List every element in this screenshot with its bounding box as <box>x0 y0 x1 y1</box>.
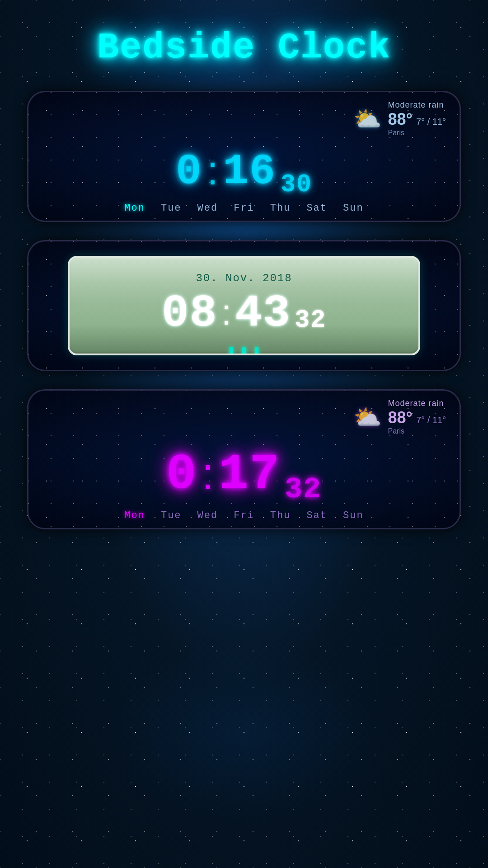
phone3-colon: : <box>202 448 214 500</box>
phone3-hours: 0 <box>166 446 197 503</box>
phone2-indicator-3 <box>255 347 258 355</box>
phone1-weather-range: 7° / 11° <box>416 117 446 127</box>
phone3-day-sun: Sun <box>343 510 364 521</box>
phone2-seconds: 32 <box>295 306 326 335</box>
phone2-indicator-1 <box>230 347 233 355</box>
phone1-day-thu: Thu <box>270 203 291 214</box>
phone1-day-mon: Mon <box>124 203 145 214</box>
phone3-day-sat: Sat <box>306 510 327 521</box>
phone3-weather-temp: 88° <box>388 408 413 427</box>
phone3-minutes: 17 <box>219 446 280 503</box>
phone2-date: 30. Nov. 2018 <box>196 272 292 284</box>
phone1-weather-bar: ⛅ Moderate rain 88° 7° / 11° Paris <box>42 100 446 137</box>
phone2-content: 30. Nov. 2018 08 : 43 32 <box>28 241 460 370</box>
phone2-indicators <box>230 347 258 355</box>
phone3-btn-right <box>460 436 461 472</box>
phone-mockup-3: ⛅ Moderate rain 88° 7° / 11° Paris 0 : 1… <box>27 389 461 529</box>
phone1-weather-condition: Moderate rain <box>388 100 444 110</box>
phone3-weather-info: Moderate rain 88° 7° / 11° Paris <box>388 399 446 435</box>
phone1-content: ⛅ Moderate rain 88° 7° / 11° Paris 0 : 1… <box>28 92 460 221</box>
phone2-minutes: 43 <box>235 288 291 339</box>
phone1-minutes: 16 <box>223 147 276 196</box>
phone-mockup-1: ⛅ Moderate rain 88° 7° / 11° Paris 0 : 1… <box>27 91 461 222</box>
phone1-weather-temp: 88° <box>388 110 413 129</box>
phone3-weather-bar: ⛅ Moderate rain 88° 7° / 11° Paris <box>42 399 446 435</box>
phone1-days-row: Mon Tue Wed Fri Thu Sat Sun <box>42 203 446 214</box>
phone2-time: 08 : 43 32 <box>162 288 326 339</box>
background-glow-bottom <box>108 642 380 823</box>
phone3-seconds: 32 <box>285 473 322 506</box>
phone1-seconds: 30 <box>281 170 312 199</box>
phone3-clock: 0 : 17 32 <box>42 439 446 510</box>
phone3-weather-range: 7° / 11° <box>416 415 446 425</box>
phone2-hours: 08 <box>162 288 218 339</box>
phone1-colon: : <box>207 147 218 194</box>
phone1-hours: 0 <box>176 147 202 196</box>
phone3-day-mon: Mon <box>124 510 145 521</box>
phone2-clock-box: 30. Nov. 2018 08 : 43 32 <box>68 256 420 355</box>
phone1-weather-icon: ⛅ <box>353 106 381 132</box>
phone3-weather-condition: Moderate rain <box>388 399 444 408</box>
app-title: Bedside Clock <box>97 27 391 68</box>
phone1-day-fri: Fri <box>234 203 254 214</box>
phone3-content: ⛅ Moderate rain 88° 7° / 11° Paris 0 : 1… <box>28 391 460 528</box>
phone1-weather-info: Moderate rain 88° 7° / 11° Paris <box>388 100 446 137</box>
phone1-day-tue: Tue <box>161 203 182 214</box>
phone3-weather-icon: ⛅ <box>353 404 381 430</box>
phone3-days-row: Mon Tue Wed Fri Thu Sat Sun <box>42 510 446 521</box>
phone3-day-wed: Wed <box>197 510 218 521</box>
phone3-weather-city: Paris <box>388 427 404 435</box>
phone1-clock: 0 : 16 30 <box>42 141 446 203</box>
phone1-btn-right <box>460 137 461 174</box>
phone-mockup-2: 30. Nov. 2018 08 : 43 32 <box>27 240 461 371</box>
phone3-day-thu: Thu <box>270 510 291 521</box>
phone1-day-sat: Sat <box>306 203 327 214</box>
phone1-day-wed: Wed <box>197 203 218 214</box>
page-content: Bedside Clock ⛅ Moderate rain 88° 7° / 1… <box>0 0 488 547</box>
phone3-day-tue: Tue <box>161 510 182 521</box>
phone2-btn-right <box>460 287 461 323</box>
phone3-btn-right2 <box>460 481 461 490</box>
phone1-day-sun: Sun <box>343 203 364 214</box>
phone2-colon: : <box>221 292 231 333</box>
phone1-weather-city: Paris <box>388 129 404 137</box>
phone2-indicator-2 <box>242 347 246 355</box>
phone1-btn-right2 <box>460 183 461 192</box>
phone3-day-fri: Fri <box>234 510 254 521</box>
